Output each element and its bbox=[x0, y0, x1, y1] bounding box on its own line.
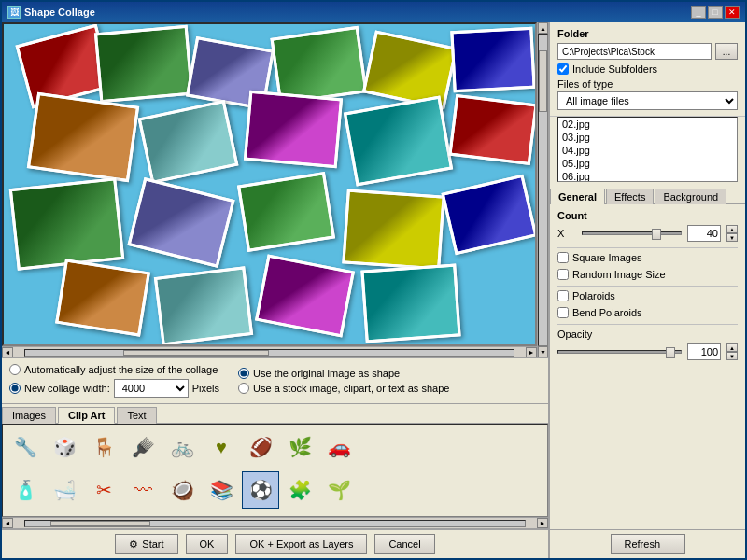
clipart-item[interactable]: 📚 bbox=[203, 471, 240, 509]
clipart-item[interactable]: 🪮 bbox=[124, 428, 162, 466]
v-scroll-thumb[interactable] bbox=[539, 50, 547, 113]
polaroids-row[interactable]: Polaroids bbox=[557, 290, 738, 301]
opacity-spin-up[interactable]: ▲ bbox=[726, 343, 738, 352]
file-item[interactable]: 02.jpg bbox=[558, 118, 737, 131]
x-spin-down[interactable]: ▼ bbox=[726, 233, 738, 242]
clipart-scroll-left[interactable]: ◄ bbox=[2, 518, 13, 528]
file-item[interactable]: 05.jpg bbox=[558, 157, 737, 170]
tab-images[interactable]: Images bbox=[2, 407, 56, 424]
bottom-tabs-panel: Images Clip Art Text 🔧 🧴 🎲 🛁 🪑 ✂ bbox=[2, 403, 548, 528]
opacity-value-input[interactable] bbox=[687, 343, 721, 360]
clipart-scroll-right[interactable]: ► bbox=[537, 518, 548, 528]
opacity-slider-track[interactable] bbox=[557, 350, 682, 354]
bend-polaroids-checkbox[interactable] bbox=[557, 307, 569, 318]
clipart-item[interactable]: 🏈 bbox=[242, 428, 279, 466]
file-list: 02.jpg 03.jpg 04.jpg 05.jpg 06.jpg 08.jp… bbox=[557, 117, 738, 182]
random-image-size-row[interactable]: Random Image Size bbox=[557, 269, 738, 280]
x-slider-track[interactable] bbox=[582, 231, 682, 235]
clipart-item[interactable]: 🛁 bbox=[46, 471, 83, 509]
x-slider-thumb[interactable] bbox=[652, 229, 661, 240]
v-scroll-track[interactable] bbox=[538, 34, 548, 346]
start-button[interactable]: ⚙ Start bbox=[115, 534, 177, 554]
clipart-item[interactable]: 🧩 bbox=[281, 471, 318, 509]
clipart-item[interactable]: 🌱 bbox=[320, 471, 358, 509]
minimize-button[interactable]: _ bbox=[691, 6, 706, 19]
clipart-item[interactable]: 🚗 bbox=[320, 428, 358, 466]
tab-clip-art[interactable]: Clip Art bbox=[58, 407, 115, 424]
clipart-item[interactable]: 🔧 bbox=[7, 428, 44, 466]
clipart-item[interactable]: ✂ bbox=[85, 471, 122, 509]
auto-adjust-option[interactable]: Automatically adjust the size of the col… bbox=[9, 364, 219, 375]
scroll-up-arrow[interactable]: ▲ bbox=[538, 22, 548, 34]
opacity-spin-down[interactable]: ▼ bbox=[726, 352, 738, 360]
refresh-container: Refresh bbox=[550, 529, 745, 558]
polaroids-checkbox[interactable] bbox=[557, 290, 569, 301]
scroll-track[interactable] bbox=[24, 349, 514, 357]
clipart-item-selected[interactable]: ⚽ bbox=[242, 471, 279, 509]
photo-17 bbox=[55, 259, 150, 337]
right-panel: Folder C:\Projects\Pica\Stock ... Includ… bbox=[549, 22, 745, 558]
size-options: Automatically adjust the size of the col… bbox=[9, 364, 219, 398]
files-type-select[interactable]: All image files JPEG files PNG files bbox=[557, 91, 738, 110]
x-spin-up[interactable]: ▲ bbox=[726, 225, 738, 233]
random-image-size-checkbox[interactable] bbox=[557, 269, 569, 280]
random-image-size-label: Random Image Size bbox=[572, 269, 666, 280]
right-tab-general[interactable]: General bbox=[550, 189, 605, 204]
left-panel: ◄ ► ▲ ▼ bbox=[2, 22, 549, 558]
window-title: Shape Collage bbox=[24, 7, 95, 18]
scroll-right-arrow[interactable]: ► bbox=[526, 347, 537, 357]
clipart-scroll-thumb[interactable] bbox=[50, 521, 150, 526]
clipart-item[interactable]: 🪑 bbox=[85, 428, 122, 466]
file-list-section: 02.jpg 03.jpg 04.jpg 05.jpg 06.jpg 08.jp… bbox=[550, 117, 745, 186]
right-tabs: General Effects Background bbox=[550, 186, 745, 204]
include-subfolders-row[interactable]: Include Subfolders bbox=[557, 63, 738, 75]
clipart-item[interactable]: ♥ bbox=[203, 428, 240, 466]
photo-13 bbox=[127, 177, 234, 268]
width-dropdown[interactable]: 4000 2000 3000 6000 bbox=[114, 379, 189, 398]
file-item[interactable]: 06.jpg bbox=[558, 170, 737, 182]
scroll-thumb[interactable] bbox=[123, 350, 270, 356]
scroll-left-arrow[interactable]: ◄ bbox=[2, 347, 13, 357]
ok-export-button[interactable]: OK + Export as Layers bbox=[235, 534, 367, 554]
file-item[interactable]: 04.jpg bbox=[558, 144, 737, 157]
ok-button[interactable]: OK bbox=[186, 534, 229, 554]
clipart-item[interactable]: 🥥 bbox=[163, 471, 201, 509]
titlebar-controls: _ □ ✕ bbox=[691, 6, 740, 19]
titlebar-left: 🖼 Shape Collage bbox=[7, 6, 95, 19]
app-icon: 🖼 bbox=[7, 6, 21, 19]
opacity-label: Opacity bbox=[557, 329, 738, 340]
bend-polaroids-row[interactable]: Bend Polaroids bbox=[557, 307, 738, 318]
clipart-item[interactable]: 🌿 bbox=[281, 428, 318, 466]
new-width-option[interactable]: New collage width: 4000 2000 3000 6000 P… bbox=[9, 379, 219, 398]
divider-3 bbox=[557, 324, 738, 325]
clipart-item[interactable]: 🎲 bbox=[46, 428, 83, 466]
clipart-item[interactable]: 〰 bbox=[124, 471, 162, 509]
refresh-button[interactable]: Refresh bbox=[611, 534, 685, 554]
square-images-row[interactable]: Square Images bbox=[557, 252, 738, 263]
scroll-down-arrow[interactable]: ▼ bbox=[538, 346, 548, 357]
include-subfolders-checkbox[interactable] bbox=[557, 63, 569, 75]
right-tab-effects[interactable]: Effects bbox=[606, 189, 654, 204]
clipart-item[interactable]: 🚲 bbox=[163, 428, 201, 466]
x-value-input[interactable] bbox=[687, 225, 721, 242]
bottom-bar: ⚙ Start OK OK + Export as Layers Cancel bbox=[2, 528, 548, 558]
opacity-slider-thumb[interactable] bbox=[666, 347, 675, 358]
photo-14 bbox=[237, 172, 335, 252]
cancel-label: Cancel bbox=[388, 539, 420, 550]
square-images-checkbox[interactable] bbox=[557, 252, 569, 263]
file-item[interactable]: 03.jpg bbox=[558, 131, 737, 144]
cancel-button[interactable]: Cancel bbox=[374, 534, 434, 554]
use-original-option[interactable]: Use the original image as shape bbox=[238, 368, 449, 379]
tab-text[interactable]: Text bbox=[117, 407, 156, 424]
right-tab-background[interactable]: Background bbox=[655, 189, 726, 204]
photo-collage bbox=[4, 24, 535, 344]
folder-input[interactable]: C:\Projects\Pica\Stock bbox=[557, 43, 712, 60]
use-stock-option[interactable]: Use a stock image, clipart, or text as s… bbox=[238, 383, 449, 394]
clipart-scroll-track[interactable] bbox=[24, 520, 526, 527]
options-row: Automatically adjust the size of the col… bbox=[2, 357, 548, 403]
browse-button[interactable]: ... bbox=[715, 43, 738, 60]
maximize-button[interactable]: □ bbox=[708, 6, 723, 19]
close-button[interactable]: ✕ bbox=[725, 6, 740, 19]
x-param-row: X ▲ ▼ bbox=[557, 225, 738, 242]
clipart-item[interactable]: 🧴 bbox=[7, 471, 44, 509]
